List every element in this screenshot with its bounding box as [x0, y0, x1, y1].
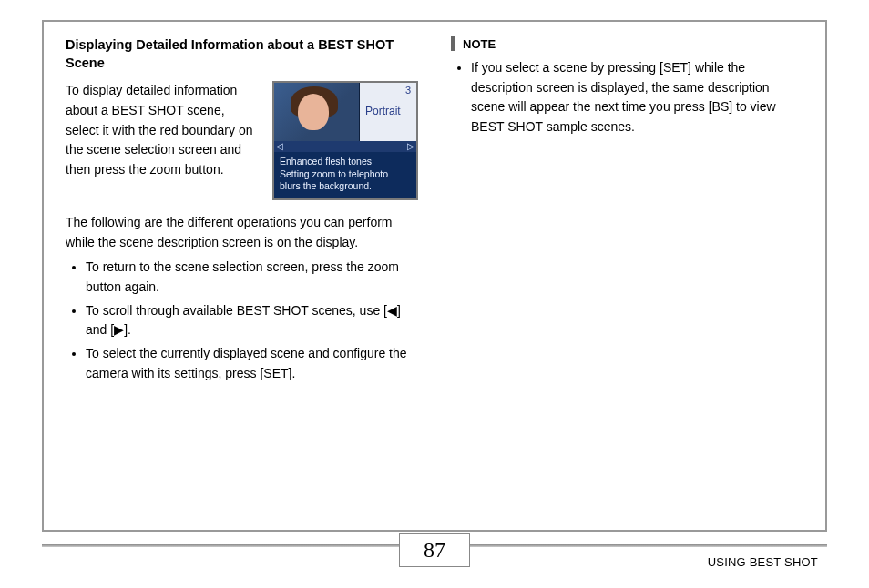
scene-arrow-strip: ◁ ▷ [274, 141, 416, 152]
scene-next-arrow-icon: ▷ [407, 141, 414, 152]
scene-preview-photo [274, 83, 360, 141]
list-item: To return to the scene selection screen,… [86, 258, 418, 297]
portrait-face-shape [298, 94, 329, 130]
section-heading: Displaying Detailed Information about a … [66, 36, 418, 72]
operations-list: To return to the scene selection screen,… [66, 258, 418, 383]
note-list: If you select a scene by pressing [SET] … [451, 58, 803, 137]
scene-preview-side: 3 Portrait [360, 83, 416, 141]
scene-preview-top: 3 Portrait [274, 83, 416, 141]
scene-caption: Enhanced flesh tonesSetting zoom to tele… [274, 152, 416, 198]
scene-prev-arrow-icon: ◁ [276, 141, 283, 152]
intro-paragraph: To display detailed information about a … [66, 81, 260, 179]
page-content-frame: Displaying Detailed Information about a … [42, 20, 827, 532]
scene-label: Portrait [365, 105, 416, 117]
left-column: Displaying Detailed Information about a … [66, 36, 418, 515]
operations-intro: The following are the different operatio… [66, 213, 418, 252]
note-block: NOTE [451, 36, 803, 51]
note-heading: NOTE [463, 37, 496, 51]
two-column-layout: Displaying Detailed Information about a … [66, 36, 803, 515]
scene-preview-card: 3 Portrait ◁ ▷ Enhanced flesh tonesSetti… [272, 81, 418, 200]
list-item: To select the currently displayed scene … [86, 344, 418, 383]
scene-number: 3 [405, 85, 411, 96]
list-item: If you select a scene by pressing [SET] … [471, 58, 803, 137]
intro-row: To display detailed information about a … [66, 81, 418, 200]
page-number: 87 [399, 533, 470, 567]
right-column: NOTE If you select a scene by pressing [… [451, 36, 803, 515]
footer-section-label: USING BEST SHOT [708, 555, 818, 569]
page-footer: 87 USING BEST SHOT [0, 533, 869, 588]
list-item: To scroll through available BEST SHOT sc… [86, 301, 418, 340]
